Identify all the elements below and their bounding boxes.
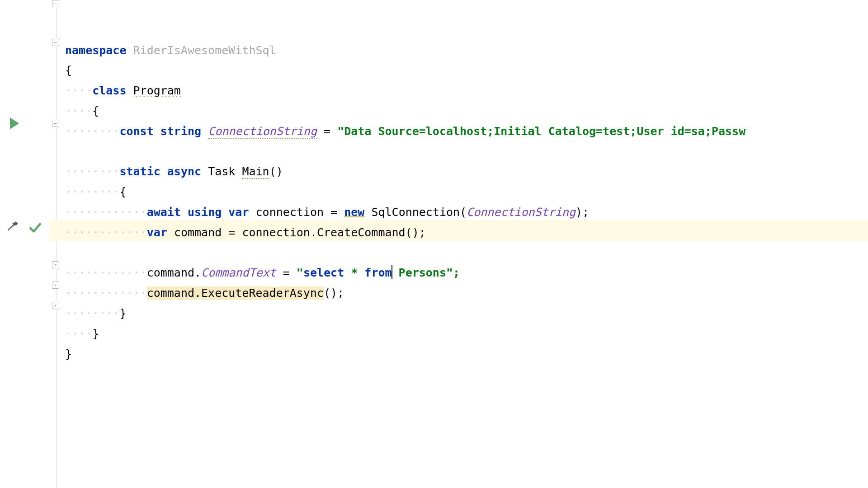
indent: ···· (65, 226, 92, 239)
keyword-async: async (167, 165, 201, 178)
check-icon[interactable] (29, 221, 42, 234)
indent: ···· (65, 307, 92, 320)
brace: } (119, 307, 126, 320)
indent: ···· (65, 327, 92, 340)
equals: = (324, 206, 344, 219)
indent: ···· (119, 226, 146, 239)
paren-semi: ); (576, 206, 589, 219)
var-command: command (174, 226, 222, 239)
indent: ···· (92, 125, 119, 138)
indent: ···· (65, 286, 92, 300)
indent: ···· (119, 286, 146, 300)
editor-root: namespace RiderIsAwesomeWithSql{····clas… (0, 0, 868, 488)
code-text[interactable]: namespace RiderIsAwesomeWithSql{····clas… (65, 41, 868, 365)
var-command: command (147, 266, 194, 279)
namespace-name: RiderIsAwesomeWithSql (133, 44, 276, 57)
indent: ···· (119, 206, 146, 219)
brace: { (119, 185, 126, 198)
indent: ···· (92, 165, 119, 178)
brace: { (65, 64, 72, 77)
sql-persons: Persons (392, 266, 446, 279)
method-main: Main (242, 165, 269, 179)
indent: ···· (92, 307, 119, 320)
indent: ···· (65, 104, 92, 117)
connstr-ident: ConnectionString (208, 125, 317, 139)
keyword-using: using (188, 206, 222, 219)
equals: = (317, 125, 337, 138)
keyword-namespace: namespace (65, 44, 126, 57)
keyword-const: const (119, 125, 153, 138)
exec-tail: (); (324, 286, 344, 300)
connstr-ref: ConnectionString (467, 206, 576, 219)
sql-select: select (303, 266, 344, 279)
indent: ···· (92, 266, 119, 279)
brace: { (92, 104, 99, 117)
indent: ···· (92, 286, 119, 300)
equals: = (222, 226, 242, 239)
keyword-string: string (160, 125, 201, 138)
type-sqlconnection: SqlConnection (371, 206, 460, 219)
indent: ···· (119, 266, 146, 279)
indent: ···· (65, 206, 92, 219)
keyword-class: class (92, 84, 126, 97)
prop-commandtext: CommandText (201, 266, 276, 279)
keyword-static: static (119, 165, 160, 178)
sql-from: from (364, 266, 392, 279)
indent: ···· (65, 125, 92, 138)
var-connection: connection (256, 206, 324, 219)
string-close: "; (446, 266, 460, 279)
gutter (0, 0, 57, 488)
keyword-new: new (344, 206, 364, 219)
expr-createcommand: connection.CreateCommand(); (242, 226, 425, 239)
indent: ···· (65, 84, 92, 97)
keyword-var: var (147, 226, 167, 239)
indent: ···· (65, 165, 92, 178)
indent: ···· (92, 206, 119, 219)
hammer-icon[interactable] (6, 221, 19, 234)
equals: = (276, 266, 297, 279)
keyword-var: var (228, 206, 249, 219)
indent: ···· (92, 185, 119, 198)
dot: . (194, 266, 201, 279)
sql-star: * (344, 266, 364, 279)
indent: ···· (92, 226, 119, 239)
indent: ···· (65, 185, 92, 198)
brace: } (92, 327, 99, 340)
indent: ···· (65, 266, 92, 279)
keyword-await: await (147, 206, 181, 219)
string-quote: " (297, 266, 303, 279)
class-name: Program (133, 84, 181, 97)
string-literal: "Data Source=localhost;Initial Catalog=t… (337, 125, 745, 138)
parens: () (269, 165, 283, 178)
paren: ( (460, 206, 467, 219)
type-task: Task (208, 165, 235, 178)
run-icon[interactable] (10, 117, 19, 129)
expr-executereader: command.ExecuteReaderAsync (147, 286, 324, 300)
code-area[interactable]: namespace RiderIsAwesomeWithSql{····clas… (57, 0, 868, 488)
brace: } (65, 347, 72, 361)
